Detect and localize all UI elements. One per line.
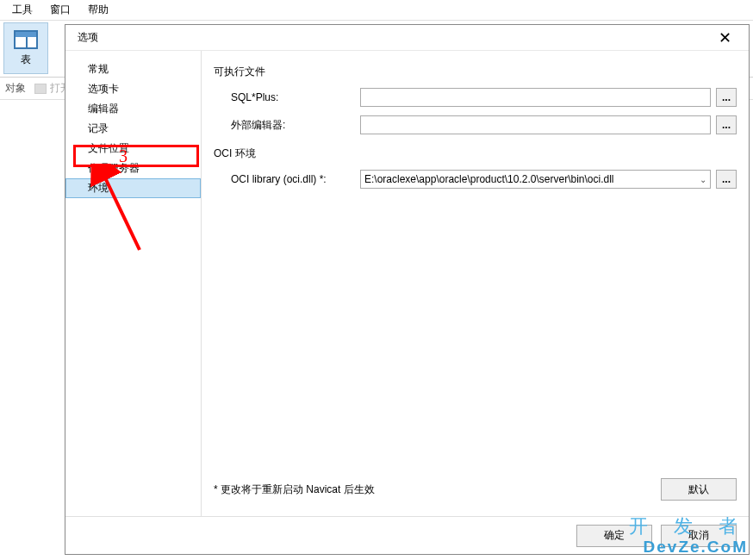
- sidebar-item-editor[interactable]: 编辑器: [65, 99, 201, 119]
- dialog-title: 选项: [78, 30, 98, 45]
- table-ribbon-label: 表: [21, 53, 31, 67]
- options-dialog: 选项 ✕ 常规 选项卡 编辑器 记录 文件位置 代理服务器 环境 可执行文件 S…: [65, 24, 750, 555]
- sidebar-item-proxy[interactable]: 代理服务器: [65, 159, 201, 178]
- restart-note: * 更改将于重新启动 Navicat 后生效: [214, 482, 375, 497]
- ext-editor-label: 外部编辑器:: [231, 118, 360, 133]
- object-tab-label: 对象: [5, 81, 26, 96]
- sqlplus-input[interactable]: [360, 88, 711, 107]
- dialog-body: 常规 选项卡 编辑器 记录 文件位置 代理服务器 环境 可执行文件 SQL*Pl…: [65, 51, 749, 516]
- menu-tools[interactable]: 工具: [3, 0, 41, 20]
- sidebar-item-records[interactable]: 记录: [65, 119, 201, 139]
- section-oci: OCI 环境: [214, 146, 737, 161]
- table-ribbon-button[interactable]: 表: [3, 22, 48, 74]
- options-sidebar: 常规 选项卡 编辑器 记录 文件位置 代理服务器 环境: [65, 51, 202, 516]
- object-tab[interactable]: 对象: [5, 81, 26, 96]
- default-button[interactable]: 默认: [661, 478, 737, 501]
- sqlplus-browse-button[interactable]: ...: [716, 88, 737, 107]
- sidebar-item-environment[interactable]: 环境: [65, 178, 201, 198]
- table-icon: [14, 30, 38, 49]
- ext-editor-browse-button[interactable]: ...: [716, 115, 737, 134]
- oci-library-label: OCI library (oci.dll) *:: [231, 173, 360, 185]
- content-footer: * 更改将于重新启动 Navicat 后生效 默认: [214, 478, 737, 506]
- menu-help[interactable]: 帮助: [79, 0, 117, 20]
- cancel-button[interactable]: 取消: [661, 525, 737, 547]
- oci-library-browse-button[interactable]: ...: [716, 170, 737, 189]
- section-executables: 可执行文件: [214, 65, 737, 79]
- sidebar-item-general[interactable]: 常规: [65, 59, 201, 79]
- options-content: 可执行文件 SQL*Plus: ... 外部编辑器: ... OCI 环境 OC…: [202, 51, 749, 516]
- oci-library-combobox[interactable]: E:\oraclexe\app\oracle\product\10.2.0\se…: [360, 170, 711, 189]
- sqlplus-label: SQL*Plus:: [231, 91, 360, 103]
- oci-library-row: OCI library (oci.dll) *: E:\oraclexe\app…: [214, 170, 737, 189]
- close-icon: ✕: [719, 28, 731, 47]
- oci-library-value: E:\oraclexe\app\oracle\product\10.2.0\se…: [364, 173, 614, 185]
- menu-window[interactable]: 窗口: [41, 0, 79, 20]
- open-table-icon: [34, 84, 47, 94]
- menubar: 工具 窗口 帮助: [0, 0, 753, 21]
- sidebar-item-file-location[interactable]: 文件位置: [65, 139, 201, 159]
- sqlplus-row: SQL*Plus: ...: [214, 88, 737, 107]
- ext-editor-input[interactable]: [360, 115, 711, 134]
- chevron-down-icon: ⌄: [700, 175, 706, 184]
- ok-button[interactable]: 确定: [576, 525, 652, 547]
- dialog-titlebar: 选项 ✕: [65, 25, 749, 51]
- ext-editor-row: 外部编辑器: ...: [214, 115, 737, 134]
- sidebar-item-tabs[interactable]: 选项卡: [65, 79, 201, 99]
- dialog-close-button[interactable]: ✕: [707, 26, 742, 50]
- dialog-buttons: 确定 取消: [65, 516, 749, 554]
